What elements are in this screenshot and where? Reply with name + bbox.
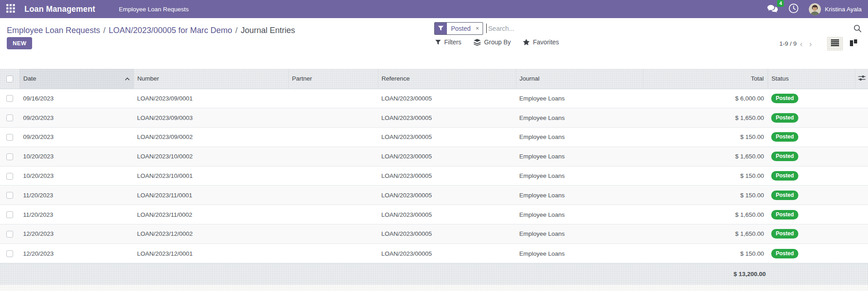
row-number[interactable]: LOAN/2023/09/0003 xyxy=(133,108,288,128)
row-number[interactable]: LOAN/2023/11/0002 xyxy=(133,205,288,224)
row-number[interactable]: LOAN/2023/10/0001 xyxy=(133,166,288,186)
table-row[interactable]: 12/20/2023LOAN/2023/12/0001LOAN/2023/000… xyxy=(0,243,868,263)
table-row[interactable]: 11/20/2023LOAN/2023/11/0001LOAN/2023/000… xyxy=(0,186,868,205)
activities-button[interactable] xyxy=(788,3,799,15)
row-reference[interactable]: LOAN/2023/00005 xyxy=(378,166,516,186)
breadcrumb-link-loan-record[interactable]: LOAN/2023/00005 for Marc Demo xyxy=(109,26,232,35)
row-partner[interactable] xyxy=(288,128,378,147)
favorites-button[interactable]: Favorites xyxy=(523,38,559,46)
row-date[interactable]: 12/20/2023 xyxy=(19,243,133,263)
row-total[interactable]: $ 6,000.00 xyxy=(643,89,768,108)
row-total[interactable]: $ 150.00 xyxy=(643,128,768,147)
row-reference[interactable]: LOAN/2023/00005 xyxy=(378,186,516,205)
row-date[interactable]: 10/20/2023 xyxy=(19,147,133,166)
row-number[interactable]: LOAN/2023/10/0002 xyxy=(133,147,288,166)
row-number[interactable]: LOAN/2023/11/0001 xyxy=(133,186,288,205)
row-journal[interactable]: Employee Loans xyxy=(516,108,643,128)
row-partner[interactable] xyxy=(288,224,378,244)
row-date[interactable]: 09/20/2023 xyxy=(19,108,133,128)
group-by-button[interactable]: Group By xyxy=(474,38,511,46)
row-checkbox[interactable] xyxy=(6,114,13,121)
table-row[interactable]: 09/20/2023LOAN/2023/09/0002LOAN/2023/000… xyxy=(0,128,868,147)
row-total[interactable]: $ 1,650.00 xyxy=(643,147,768,166)
row-total[interactable]: $ 150.00 xyxy=(643,186,768,205)
column-header-number[interactable]: Number xyxy=(133,69,288,89)
row-total[interactable]: $ 1,650.00 xyxy=(643,108,768,128)
row-partner[interactable] xyxy=(288,147,378,166)
list-view-button[interactable] xyxy=(827,37,843,51)
row-date[interactable]: 10/20/2023 xyxy=(19,166,133,186)
row-checkbox[interactable] xyxy=(6,134,13,141)
row-checkbox[interactable] xyxy=(6,231,13,238)
row-number[interactable]: LOAN/2023/12/0002 xyxy=(133,224,288,244)
row-number[interactable]: LOAN/2023/09/0002 xyxy=(133,128,288,147)
row-total[interactable]: $ 1,650.00 xyxy=(643,224,768,244)
app-name[interactable]: Loan Management xyxy=(24,5,95,14)
row-journal[interactable]: Employee Loans xyxy=(516,224,643,244)
row-checkbox[interactable] xyxy=(6,95,13,102)
column-header-reference[interactable]: Reference xyxy=(378,69,516,89)
column-header-journal[interactable]: Journal xyxy=(516,69,643,89)
row-number[interactable]: LOAN/2023/12/0001 xyxy=(133,243,288,263)
apps-menu-button[interactable] xyxy=(0,0,21,18)
column-header-status[interactable]: Status xyxy=(768,69,855,89)
new-button[interactable]: NEW xyxy=(7,37,32,49)
table-row[interactable]: 10/20/2023LOAN/2023/10/0001LOAN/2023/000… xyxy=(0,166,868,186)
search-input[interactable]: Search... xyxy=(488,25,514,32)
row-journal[interactable]: Employee Loans xyxy=(516,243,643,263)
table-row[interactable]: 09/16/2023LOAN/2023/09/0001LOAN/2023/000… xyxy=(0,89,868,108)
optional-columns-icon[interactable] xyxy=(858,75,866,83)
row-journal[interactable]: Employee Loans xyxy=(516,205,643,224)
row-reference[interactable]: LOAN/2023/00005 xyxy=(378,89,516,108)
row-total[interactable]: $ 150.00 xyxy=(643,166,768,186)
row-number[interactable]: LOAN/2023/09/0001 xyxy=(133,89,288,108)
row-reference[interactable]: LOAN/2023/00005 xyxy=(378,224,516,244)
row-total[interactable]: $ 1,650.00 xyxy=(643,205,768,224)
messages-button[interactable]: 4 xyxy=(767,3,778,15)
row-partner[interactable] xyxy=(288,243,378,263)
search-bar[interactable]: Posted × Search... xyxy=(434,21,862,36)
filters-button[interactable]: Filters xyxy=(435,38,461,46)
table-row[interactable]: 11/20/2023LOAN/2023/11/0002LOAN/2023/000… xyxy=(0,205,868,224)
kanban-view-button[interactable] xyxy=(845,37,862,51)
row-date[interactable]: 11/20/2023 xyxy=(19,186,133,205)
row-date[interactable]: 11/20/2023 xyxy=(19,205,133,224)
row-total[interactable]: $ 150.00 xyxy=(643,243,768,263)
search-icon[interactable] xyxy=(854,24,862,33)
row-journal[interactable]: Employee Loans xyxy=(516,186,643,205)
row-reference[interactable]: LOAN/2023/00005 xyxy=(378,205,516,224)
row-reference[interactable]: LOAN/2023/00005 xyxy=(378,147,516,166)
pager-previous-button[interactable]: ‹ xyxy=(797,39,806,48)
row-checkbox[interactable] xyxy=(6,192,13,199)
row-reference[interactable]: LOAN/2023/00005 xyxy=(378,128,516,147)
row-date[interactable]: 12/20/2023 xyxy=(19,224,133,244)
column-header-partner[interactable]: Partner xyxy=(288,69,378,89)
menu-employee-loan-requests[interactable]: Employee Loan Requests xyxy=(114,0,194,18)
row-partner[interactable] xyxy=(288,166,378,186)
row-partner[interactable] xyxy=(288,108,378,128)
row-checkbox[interactable] xyxy=(6,153,13,160)
table-row[interactable]: 10/20/2023LOAN/2023/10/0002LOAN/2023/000… xyxy=(0,147,868,166)
row-reference[interactable]: LOAN/2023/00005 xyxy=(378,243,516,263)
select-all-checkbox[interactable] xyxy=(6,76,13,82)
breadcrumb-link-employee-loan-requests[interactable]: Employee Loan Requests xyxy=(7,26,100,35)
row-journal[interactable]: Employee Loans xyxy=(516,89,643,108)
table-row[interactable]: 12/20/2023LOAN/2023/12/0002LOAN/2023/000… xyxy=(0,224,868,244)
row-partner[interactable] xyxy=(288,89,378,108)
table-row[interactable]: 09/20/2023LOAN/2023/09/0003LOAN/2023/000… xyxy=(0,108,868,128)
column-header-total[interactable]: Total xyxy=(643,69,768,89)
row-journal[interactable]: Employee Loans xyxy=(516,147,643,166)
row-journal[interactable]: Employee Loans xyxy=(516,128,643,147)
row-reference[interactable]: LOAN/2023/00005 xyxy=(378,108,516,128)
row-journal[interactable]: Employee Loans xyxy=(516,166,643,186)
search-facet-remove-button[interactable]: × xyxy=(475,23,483,34)
user-menu[interactable]: Kristina Ayala xyxy=(809,3,862,15)
row-date[interactable]: 09/16/2023 xyxy=(19,89,133,108)
row-checkbox[interactable] xyxy=(6,250,13,257)
column-header-date[interactable]: Date xyxy=(19,69,133,89)
row-partner[interactable] xyxy=(288,205,378,224)
row-checkbox[interactable] xyxy=(6,211,13,218)
row-date[interactable]: 09/20/2023 xyxy=(19,128,133,147)
pager-next-button[interactable]: › xyxy=(806,39,815,48)
row-checkbox[interactable] xyxy=(6,173,13,180)
